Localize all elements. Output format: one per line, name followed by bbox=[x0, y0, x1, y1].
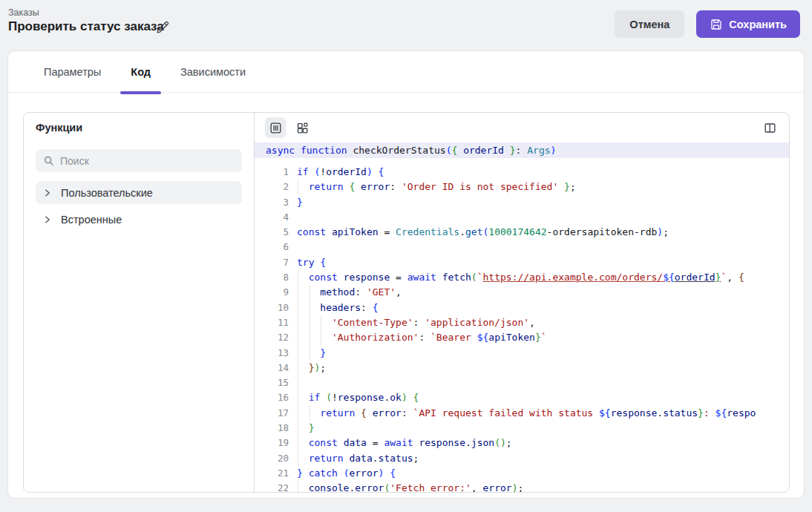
code-signature-line[interactable]: async function checkOrderStatus({ orderI… bbox=[255, 142, 789, 158]
search-input[interactable] bbox=[60, 155, 235, 167]
group-label: Встроенные bbox=[61, 214, 122, 226]
code-line[interactable]: 16 if (!response.ok) { bbox=[255, 390, 789, 405]
cancel-button[interactable]: Отмена bbox=[615, 10, 684, 38]
line-number: 10 bbox=[255, 301, 289, 315]
chevron-right-icon bbox=[43, 188, 52, 197]
group-built-in-functions[interactable]: Встроенные bbox=[36, 208, 242, 231]
code-line[interactable]: 10 headers: { bbox=[255, 301, 789, 315]
code-line[interactable]: 15 bbox=[255, 375, 789, 390]
line-number: 4 bbox=[255, 210, 289, 225]
code-line[interactable]: 6 bbox=[255, 240, 789, 255]
page-title: Проверить статус заказа bbox=[8, 19, 164, 34]
function-groups: ПользовательскиеВстроенные bbox=[36, 181, 242, 231]
tab-parameters[interactable]: Параметры bbox=[33, 51, 111, 93]
code-line[interactable]: 4 bbox=[255, 210, 789, 225]
save-button[interactable]: Сохранить bbox=[696, 10, 800, 38]
line-number: 12 bbox=[255, 330, 289, 345]
line-number: 1 bbox=[255, 165, 289, 180]
line-number: 11 bbox=[255, 315, 289, 330]
header-actions: Отмена Сохранить bbox=[615, 10, 800, 38]
line-number: 2 bbox=[255, 180, 289, 194]
code-area[interactable]: 1if (!orderId) {2 return { error: 'Order… bbox=[255, 158, 789, 492]
function-search[interactable] bbox=[36, 149, 242, 172]
code-line[interactable]: 13 } bbox=[255, 346, 789, 361]
line-number: 7 bbox=[255, 255, 289, 270]
line-number: 5 bbox=[255, 225, 289, 240]
code-line[interactable]: 14 }); bbox=[255, 361, 789, 375]
code-columns-icon[interactable] bbox=[265, 117, 286, 138]
line-number: 16 bbox=[255, 390, 289, 405]
split-panel-icon[interactable] bbox=[759, 117, 780, 138]
line-number: 19 bbox=[255, 436, 289, 450]
edit-title-icon[interactable] bbox=[154, 19, 171, 36]
workspace: Функции ПользовательскиеВстроенные bbox=[23, 112, 790, 493]
line-number: 18 bbox=[255, 421, 289, 436]
functions-panel-title: Функции bbox=[36, 122, 242, 134]
line-number: 17 bbox=[255, 406, 289, 421]
line-number: 8 bbox=[255, 270, 289, 285]
chevron-right-icon bbox=[43, 215, 52, 224]
code-line[interactable]: 18 } bbox=[255, 421, 789, 436]
code-line[interactable]: 21} catch (error) { bbox=[255, 466, 789, 481]
code-line[interactable]: 7try { bbox=[255, 255, 789, 270]
code-line[interactable]: 12 'Authorization': `Bearer ${apiToken}` bbox=[255, 330, 789, 345]
functions-panel: Функции ПользовательскиеВстроенные bbox=[24, 113, 255, 492]
group-user-functions[interactable]: Пользовательские bbox=[36, 181, 242, 204]
save-button-label: Сохранить bbox=[729, 19, 787, 30]
code-line[interactable]: 11 'Content-Type': 'application/json', bbox=[255, 315, 789, 330]
line-number: 9 bbox=[255, 285, 289, 300]
tab-dependencies[interactable]: Зависимости bbox=[170, 51, 256, 93]
line-number: 14 bbox=[255, 361, 289, 375]
code-line[interactable]: 2 return { error: 'Order ID is not speci… bbox=[255, 180, 789, 194]
tab-code[interactable]: Код bbox=[120, 51, 161, 93]
group-label: Пользовательские bbox=[61, 187, 153, 199]
line-number: 21 bbox=[255, 466, 289, 481]
line-number: 20 bbox=[255, 451, 289, 466]
editor-card: ПараметрыКодЗависимости Функции Пользова… bbox=[7, 50, 805, 499]
code-line[interactable]: 22 console.error('Fetch error:', error); bbox=[255, 481, 789, 492]
code-line[interactable]: 5const apiToken = Credentials.get(100017… bbox=[255, 225, 789, 240]
line-number: 6 bbox=[255, 240, 289, 255]
search-icon bbox=[43, 155, 54, 166]
line-number: 3 bbox=[255, 195, 289, 210]
blocks-icon[interactable] bbox=[292, 117, 312, 138]
code-line[interactable]: 3} bbox=[255, 195, 789, 210]
line-number: 15 bbox=[255, 375, 289, 390]
code-line[interactable]: 8 const response = await fetch(`https://… bbox=[255, 270, 789, 285]
editor-toolbar bbox=[255, 113, 789, 142]
topbar: Заказы Проверить статус заказа Отмена Со… bbox=[0, 0, 812, 50]
breadcrumb[interactable]: Заказы bbox=[8, 7, 39, 18]
line-number: 13 bbox=[255, 346, 289, 361]
save-icon bbox=[710, 18, 723, 31]
line-number: 22 bbox=[255, 481, 289, 492]
code-line[interactable]: 1if (!orderId) { bbox=[255, 165, 789, 180]
code-line[interactable]: 9 method: 'GET', bbox=[255, 285, 789, 300]
code-line[interactable]: 17 return { error: `API request failed w… bbox=[255, 406, 789, 421]
code-editor: async function checkOrderStatus({ orderI… bbox=[255, 113, 789, 492]
code-line[interactable]: 19 const data = await response.json(); bbox=[255, 436, 789, 450]
code-line[interactable]: 20 return data.status; bbox=[255, 451, 789, 466]
tabs: ПараметрыКодЗависимости bbox=[8, 51, 804, 93]
